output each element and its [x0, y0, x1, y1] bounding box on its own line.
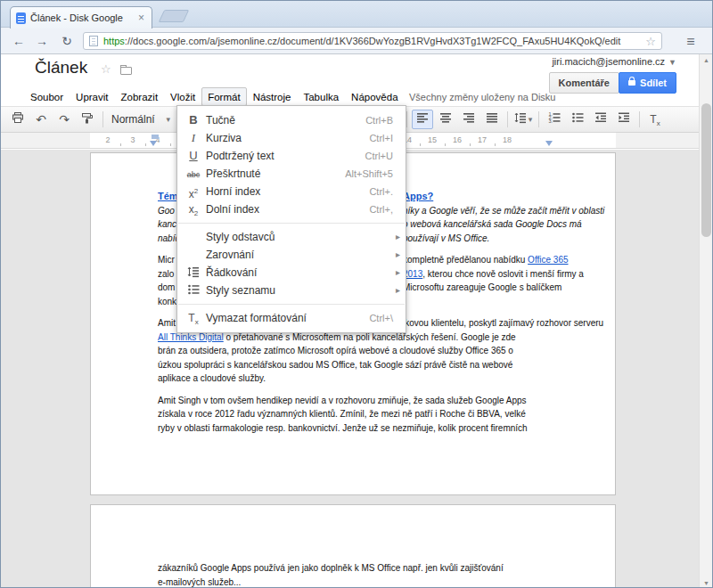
align-center-icon — [439, 111, 452, 127]
folder-icon[interactable] — [120, 67, 132, 75]
menubar-item-soubor[interactable]: Soubor — [24, 87, 70, 106]
share-button[interactable]: Sdílet — [619, 72, 676, 94]
outdent-icon — [594, 111, 607, 127]
format-menu-item-zarovnani[interactable]: Zarovnání▸ — [177, 246, 406, 264]
address-bar[interactable]: https://docs.google.com/a/jsemonline.cz/… — [83, 32, 662, 50]
paint-format-button[interactable] — [77, 110, 98, 129]
back-button[interactable]: ← — [8, 31, 29, 51]
toolbar-separator — [538, 111, 539, 127]
doc-line-right: používají v MS Office. — [403, 232, 489, 246]
chrome-menu-icon[interactable]: ≡ — [678, 31, 703, 51]
align-right-button[interactable] — [458, 110, 479, 129]
doc-line-right: ikovou klientelu, poskytl zajímavý rozho… — [403, 316, 603, 331]
align-right-icon — [463, 111, 475, 127]
comments-button[interactable]: Komentáře — [549, 72, 619, 94]
refresh-button[interactable]: ↻ — [56, 31, 78, 51]
document-title[interactable]: Článek — [35, 58, 87, 78]
scrollbar[interactable]: ▲ ▼ — [699, 54, 712, 588]
ruler-tick-icon — [170, 143, 171, 146]
ruler-number: 16 — [451, 135, 463, 144]
new-tab-button[interactable] — [159, 10, 190, 22]
menubar-item-zobrazit[interactable]: Zobrazit — [115, 87, 165, 106]
ruler-number: 17 — [476, 135, 488, 144]
save-status[interactable]: Všechny změny uloženy na Disku — [409, 92, 555, 102]
doc-text: Goo — [158, 206, 175, 216]
tab-close-icon[interactable]: × — [136, 12, 146, 24]
format-menu: BTučněCtrl+BIKurzivaCtrl+IUPodtržený tex… — [176, 105, 406, 333]
ruler-tick-icon — [495, 143, 496, 146]
doc-text: kompletně předělanou nabídku — [403, 255, 528, 265]
clear-formatting-button[interactable]: Tx — [644, 110, 666, 129]
lock-icon — [628, 80, 635, 86]
menu-item-shortcut: Ctrl+I — [369, 129, 393, 147]
bullet-list-icon — [571, 111, 584, 127]
toolbar-separator — [507, 111, 508, 127]
forward-button[interactable]: → — [31, 31, 53, 51]
doc-link[interactable]: All Thinks Digital — [158, 332, 224, 342]
menu-item-shortcut: Ctrl+. — [369, 183, 393, 200]
print-button[interactable] — [7, 110, 29, 129]
menu-item-label: Vymazat formátování — [206, 312, 307, 324]
star-document-icon[interactable]: ☆ — [101, 62, 111, 76]
ruler-tick-icon — [420, 143, 421, 146]
align-justify-button[interactable] — [481, 110, 503, 129]
format-menu-item-vymazatformatovani[interactable]: TxVymazat formátováníCtrl+\ — [177, 309, 406, 327]
ruler-number: 2 — [102, 135, 114, 144]
align-center-button[interactable] — [435, 110, 456, 129]
format-menu-item-dolniindex[interactable]: x2Dolní indexCtrl+, — [177, 200, 406, 218]
page-2[interactable]: zákazníků Google Apps používá jen jako d… — [90, 504, 616, 588]
indent-button[interactable] — [613, 110, 635, 129]
format-menu-item-stylyodstavcu[interactable]: Styly odstavců▸ — [177, 228, 406, 246]
format-menu-item-preskrtnute[interactable]: abcPřeškrtnutéAlt+Shift+5 — [177, 165, 406, 183]
menubar-item-format[interactable]: Formát — [201, 87, 246, 106]
outdent-button[interactable] — [590, 110, 611, 129]
format-menu-item-tucne[interactable]: BTučněCtrl+B — [177, 111, 406, 129]
numbered-list-button[interactable]: 1.2.3. — [544, 110, 565, 129]
scroll-up-icon[interactable]: ▲ — [700, 57, 713, 63]
left-margin-marker-icon[interactable] — [150, 141, 157, 146]
doc-text: o přetahované s Microsoftem na poli kanc… — [224, 332, 516, 342]
menubar-item-nastroje[interactable]: Nástroje — [247, 87, 298, 106]
toolbar-separator — [102, 111, 103, 127]
subscript-icon: x2 — [184, 200, 203, 218]
doc-line-right: 2013, kterou chce nově oslovit i menší f… — [403, 267, 584, 282]
indent-marker-icon[interactable] — [152, 135, 159, 139]
format-menu-item-horniindex[interactable]: x2Horní indexCtrl+. — [177, 183, 406, 200]
menu-item-label: Kurziva — [206, 132, 242, 144]
menu-item-label: Zarovnání — [206, 249, 254, 261]
menu-item-label: Tučně — [206, 114, 235, 127]
align-left-icon — [416, 111, 429, 127]
bullet-list-button[interactable] — [567, 110, 588, 129]
align-left-button[interactable] — [412, 110, 433, 129]
account-email[interactable]: jiri.macich@jsemonline.cz▼ — [552, 56, 676, 67]
format-menu-item-podtrzenytext[interactable]: UPodtržený textCtrl+U — [177, 147, 406, 165]
line-spacing-button[interactable]: ▾ — [512, 110, 534, 129]
menubar-item-napoveda[interactable]: Nápověda — [345, 87, 404, 106]
clear-formatting-icon: Tx — [650, 110, 660, 127]
doc-line-left: Micr — [158, 255, 175, 265]
scroll-down-icon[interactable]: ▼ — [700, 580, 713, 586]
format-menu-item-stylyseznamu[interactable]: Styly seznamu▸ — [177, 282, 406, 299]
doc-line-left: Goo — [158, 206, 175, 216]
menubar-item-upravit[interactable]: Upravit — [70, 87, 114, 106]
doc-text: Tém — [158, 191, 178, 201]
doc-text: ryby v oblasti farmakologie resp. bankov… — [158, 423, 528, 433]
redo-button[interactable]: ↷ — [53, 110, 75, 129]
format-menu-item-kurziva[interactable]: IKurzivaCtrl+I — [177, 129, 406, 147]
numbered-list-icon: 1.2.3. — [548, 111, 561, 127]
browser-tab[interactable]: Článek - Disk Google × — [10, 6, 152, 29]
chevron-down-icon: ▾ — [529, 115, 533, 124]
doc-text: o webová kancelářská sada Google Docs má — [403, 219, 582, 229]
undo-button[interactable]: ↶ — [30, 110, 52, 129]
scrollbar-thumb[interactable] — [701, 103, 711, 237]
bookmark-star-icon[interactable]: ☆ — [645, 35, 656, 48]
menubar-item-vlozit[interactable]: Vložit — [164, 87, 201, 106]
page-icon — [89, 36, 98, 46]
menu-item-shortcut: Ctrl+\ — [369, 309, 393, 327]
menubar-item-tabulka[interactable]: Tabulka — [297, 87, 345, 106]
format-menu-item-radkovani[interactable]: Řádkování▸ — [177, 264, 406, 282]
doc-text: Amit — [158, 318, 176, 328]
styles-dropdown[interactable]: Normální▾ — [107, 110, 175, 129]
doc-link[interactable]: Office 365 — [528, 255, 568, 265]
right-margin-marker-icon[interactable] — [545, 141, 553, 146]
